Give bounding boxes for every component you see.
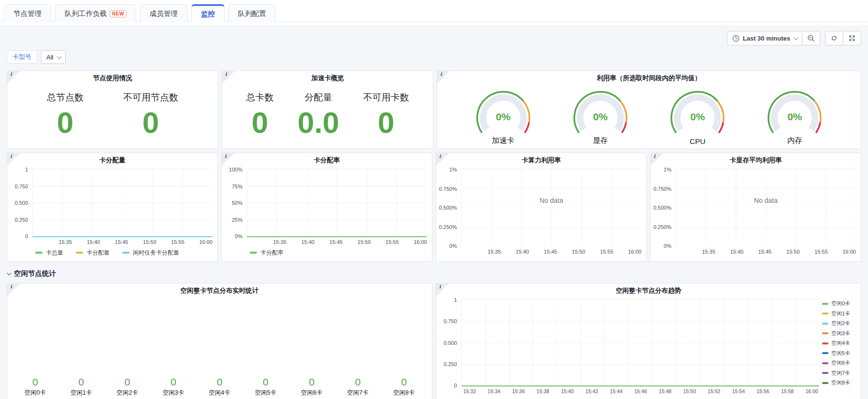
legend-item[interactable]: 空闲6卡 (822, 359, 856, 367)
chart-legend: 卡分配率 (225, 247, 427, 258)
x-axis-labels: 15:3215:3415:3615:3815:4015:4215:4415:46… (439, 386, 856, 396)
stat: 0 空闲7卡 (335, 376, 381, 397)
gauge: 0% 内存 (761, 86, 828, 146)
section-idle-node-stats[interactable]: 空闲节点统计 (7, 268, 861, 279)
zoom-out-button[interactable] (802, 31, 820, 45)
legend-item[interactable]: 空闲3卡 (822, 330, 856, 337)
stat: 总卡数 0 (246, 91, 274, 138)
x-tick-label: 15:50 (683, 388, 696, 394)
legend-swatch-icon (822, 352, 828, 354)
x-tick-label: 15:35 (58, 239, 72, 245)
legend-swatch-icon (76, 252, 83, 254)
legend-item[interactable]: 空闲7卡 (822, 370, 856, 377)
plot-area[interactable] (461, 299, 819, 386)
x-tick-label: 15:40 (87, 239, 100, 245)
stat-value: 0 (252, 108, 268, 138)
stat: 分配量 0.0 (298, 91, 339, 138)
x-tick-label: 15:32 (463, 388, 476, 394)
info-corner-glyph[interactable]: i (10, 71, 12, 77)
x-tick-label: 15:34 (488, 388, 500, 394)
x-tick-label: 15:45 (329, 239, 343, 245)
x-axis-labels: 15:3515:4015:4515:5015:5516:00 (439, 247, 641, 256)
y-tick-label: 0.750% (439, 186, 457, 192)
refresh-button[interactable] (825, 31, 843, 45)
stat-label: 空闲5卡 (255, 389, 276, 397)
info-corner-glyph[interactable]: i (10, 154, 12, 159)
panel-node-usage: i 节点使用情况 总节点数 0 不可用节点数 0 (7, 71, 218, 149)
y-tick-label: 100% (229, 167, 242, 172)
legend-label: 闲时任务卡分配量 (133, 249, 179, 257)
fullscreen-button[interactable] (843, 31, 861, 45)
legend-swatch-icon (822, 323, 828, 325)
legend-swatch-icon (250, 252, 257, 254)
stat: 0 空闲2卡 (104, 376, 150, 397)
card-model-filter-select[interactable]: All (41, 50, 66, 64)
y-axis-labels: 100%75%50%25%0% (225, 167, 247, 239)
legend-swatch-icon (822, 313, 828, 314)
legend-item[interactable]: 卡分配率 (250, 249, 284, 257)
card-model-filter-label[interactable]: 卡型号 (7, 50, 37, 64)
stat-value: 0 (309, 376, 315, 388)
stat: 0 空闲8卡 (381, 376, 427, 397)
tab-monitoring[interactable]: 监控 (191, 4, 225, 22)
card-overview-stats: 总卡数 0 分配量 0.0 不可用卡数 0 (222, 86, 433, 148)
x-tick-label: 15:40 (516, 249, 529, 255)
legend-item[interactable]: 空闲8卡 (822, 379, 856, 386)
x-tick-label: 15:48 (659, 388, 671, 394)
legend-label: 卡分配量 (86, 249, 110, 257)
info-corner-glyph[interactable]: i (439, 284, 441, 289)
legend-item[interactable]: 卡分配量 (76, 249, 110, 257)
y-tick-label: 0.500% (439, 205, 457, 211)
legend-label: 卡总量 (46, 249, 63, 257)
circular-arrows-icon (830, 34, 838, 42)
x-tick-label: 15:40 (730, 249, 744, 255)
x-tick-label: 15:35 (702, 249, 715, 255)
stat-value: 0 (125, 376, 130, 388)
gauge-value: 0% (470, 111, 537, 123)
tab-queue-workload[interactable]: 队列工作负载 NEW (55, 4, 136, 22)
gauge: 0% 显存 (567, 86, 634, 146)
plot-area[interactable]: No data (461, 169, 641, 247)
tab-member-management[interactable]: 成员管理 (140, 4, 187, 22)
legend-item[interactable]: 空闲4卡 (822, 340, 856, 347)
legend-label: 卡分配率 (260, 249, 284, 257)
legend-swatch-icon (822, 303, 828, 305)
chart-legend: 卡总量 卡分配量 闲时任务卡分配量 (10, 247, 213, 258)
legend-item[interactable]: 空闲2卡 (822, 320, 856, 327)
gauge: 0% 加速卡 (470, 86, 537, 146)
legend-item[interactable]: 空闲0卡 (822, 300, 856, 307)
gauge-label: 内存 (761, 136, 828, 146)
info-corner-glyph[interactable]: i (225, 71, 227, 77)
tab-node-management[interactable]: 节点管理 (4, 4, 51, 22)
stat-label: 总节点数 (47, 91, 84, 104)
plot-area[interactable] (32, 169, 213, 237)
x-tick-label: 15:50 (357, 239, 371, 245)
stat-value: 0 (142, 108, 159, 138)
x-tick-label: 15:55 (814, 249, 828, 255)
info-corner-glyph[interactable]: i (439, 154, 441, 159)
info-corner-glyph[interactable]: i (440, 71, 442, 77)
x-tick-label: 16:00 (413, 239, 427, 245)
stat: 0 空闲0卡 (12, 376, 58, 397)
tab-queue-config[interactable]: 队列配置 (228, 4, 276, 22)
stat-value: 0 (401, 376, 407, 388)
node-usage-stats: 总节点数 0 不可用节点数 0 (7, 86, 218, 148)
info-corner-glyph[interactable]: i (10, 284, 12, 289)
info-corner-glyph[interactable]: i (654, 154, 655, 159)
plot-area[interactable]: No data (676, 169, 856, 247)
x-tick-label: 15:45 (758, 249, 772, 255)
legend-item[interactable]: 空闲5卡 (822, 350, 856, 357)
legend-item[interactable]: 闲时任务卡分配量 (122, 249, 179, 257)
panel-card-overview: i 加速卡概览 总卡数 0 分配量 0.0 不可用卡数 (222, 71, 433, 149)
info-corner-glyph[interactable]: i (225, 154, 227, 159)
legend-item[interactable]: 卡总量 (35, 249, 63, 257)
plot-area[interactable] (247, 169, 427, 237)
stat: 总节点数 0 (47, 91, 84, 138)
legend-item[interactable]: 空闲1卡 (822, 310, 856, 317)
x-axis-labels: 15:3515:4015:4515:5015:5516:00 (10, 237, 213, 247)
stat-value: 0 (355, 376, 361, 388)
y-axis-labels: 10.7500.5000.2500 (10, 167, 32, 239)
stat-label: 不可用节点数 (123, 91, 178, 104)
time-range-picker[interactable]: Last 30 minutes (727, 31, 802, 45)
y-tick-label: 75% (232, 184, 242, 189)
